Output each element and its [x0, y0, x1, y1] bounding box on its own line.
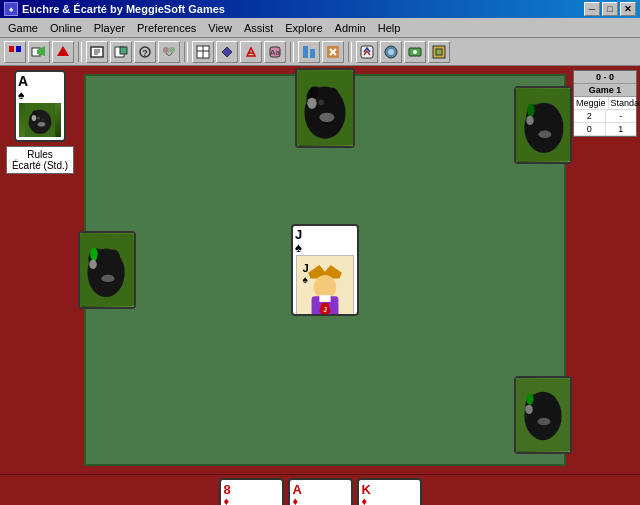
- svg-point-83: [537, 418, 550, 425]
- svg-rect-0: [9, 46, 14, 52]
- svg-point-80: [543, 395, 556, 412]
- svg-rect-33: [436, 49, 442, 55]
- toolbar-btn-5[interactable]: [110, 41, 132, 63]
- toolbar-separator-2: [184, 42, 188, 62]
- close-button[interactable]: ✕: [620, 2, 636, 16]
- svg-point-75: [526, 116, 533, 125]
- game-table: J ♠: [84, 74, 566, 466]
- toolbar-btn-15[interactable]: [380, 41, 402, 63]
- svg-point-39: [32, 115, 37, 121]
- left-panel: A ♠ Rules Écarté (Std.): [0, 66, 80, 474]
- toolbar-btn-8[interactable]: [192, 41, 214, 63]
- score-row2-c1: 0: [574, 123, 606, 135]
- player-card-kd[interactable]: K ♦: [357, 478, 422, 506]
- maximize-button[interactable]: □: [602, 2, 618, 16]
- svg-text:?: ?: [142, 48, 148, 58]
- trump-suit: ♠: [18, 88, 62, 102]
- toolbar-btn-14[interactable]: [356, 41, 378, 63]
- menu-online[interactable]: Online: [44, 20, 88, 36]
- svg-point-73: [544, 105, 557, 124]
- rules-label: Rules: [9, 149, 71, 160]
- score-row1-c2: -: [606, 110, 637, 122]
- svg-rect-62: [319, 295, 330, 302]
- score-box: 0 - 0 Game 1 Meggie Standard 2 - 0 1: [573, 70, 637, 137]
- svg-point-40: [38, 122, 46, 127]
- score-row-2: 0 1: [574, 123, 636, 136]
- menu-view[interactable]: View: [202, 20, 238, 36]
- svg-point-14: [169, 47, 175, 53]
- svg-marker-18: [222, 47, 232, 57]
- score-row2-c2: 1: [606, 123, 637, 135]
- player-card-8d[interactable]: 8 ♦: [219, 478, 284, 506]
- svg-rect-10: [120, 47, 127, 54]
- player-card-ad[interactable]: A ♦: [288, 478, 353, 506]
- toolbar-btn-16[interactable]: [404, 41, 426, 63]
- svg-point-76: [538, 131, 551, 138]
- titlebar-left: ♠ Euchre & Écarté by MeggieSoft Games: [4, 2, 225, 16]
- titlebar-buttons: ─ □ ✕: [584, 2, 636, 16]
- svg-point-82: [525, 405, 532, 414]
- toolbar-btn-6[interactable]: ?: [134, 41, 156, 63]
- svg-point-46: [326, 87, 339, 106]
- app-icon: ♠: [4, 2, 18, 16]
- menu-assist[interactable]: Assist: [238, 20, 279, 36]
- svg-point-81: [526, 394, 533, 405]
- menu-preferences[interactable]: Preferences: [131, 20, 202, 36]
- toolbar-btn-4[interactable]: [86, 41, 108, 63]
- center-jack-card[interactable]: J ♠: [291, 224, 359, 316]
- svg-point-48: [307, 98, 316, 109]
- card-suit-d3: ♦: [362, 496, 417, 506]
- card-rank-k: K: [362, 483, 417, 496]
- svg-text:J: J: [323, 306, 327, 313]
- game-type-label: Écarté (Std.): [9, 160, 71, 171]
- minimize-button[interactable]: ─: [584, 2, 600, 16]
- score-col1-header: Meggie: [574, 97, 609, 109]
- svg-point-56: [89, 260, 96, 269]
- opponent-top-card: [295, 68, 355, 148]
- score-row-1: 2 -: [574, 110, 636, 123]
- toolbar-btn-7[interactable]: [158, 41, 180, 63]
- svg-point-42: [42, 118, 44, 120]
- svg-point-47: [309, 87, 318, 100]
- menu-admin[interactable]: Admin: [329, 20, 372, 36]
- card-suit-d2: ♦: [293, 496, 348, 506]
- menu-help[interactable]: Help: [372, 20, 407, 36]
- svg-point-74: [527, 104, 534, 117]
- score-header-row: Meggie Standard: [574, 97, 636, 110]
- menu-game[interactable]: Game: [2, 20, 44, 36]
- opponent-right-top-card: [514, 86, 572, 164]
- svg-point-50: [318, 100, 324, 106]
- toolbar-separator-3: [290, 42, 294, 62]
- toolbar-btn-9[interactable]: [216, 41, 238, 63]
- svg-text:J: J: [303, 262, 309, 274]
- jack-suit-top: ♠: [295, 241, 302, 254]
- svg-point-29: [388, 49, 394, 55]
- svg-rect-1: [16, 46, 21, 52]
- toolbar-btn-10[interactable]: [240, 41, 262, 63]
- toolbar-btn-17[interactable]: [428, 41, 450, 63]
- toolbar-btn-13[interactable]: [322, 41, 344, 63]
- toolbar-btn-11[interactable]: Aa: [264, 41, 286, 63]
- svg-point-49: [319, 113, 334, 122]
- menu-player[interactable]: Player: [88, 20, 131, 36]
- player-hand: 8 ♦ A ♦: [0, 474, 640, 505]
- toolbar-btn-12[interactable]: [298, 41, 320, 63]
- trump-card: A ♠: [14, 70, 66, 142]
- game-label: Game 1: [574, 84, 636, 97]
- toolbar-separator-4: [348, 42, 352, 62]
- card-rank-a: A: [293, 483, 348, 496]
- svg-point-57: [101, 275, 114, 282]
- menu-explore[interactable]: Explore: [279, 20, 328, 36]
- svg-point-31: [413, 50, 417, 54]
- toolbar-separator-1: [78, 42, 82, 62]
- score-row1-c1: 2: [574, 110, 606, 122]
- svg-point-55: [90, 248, 97, 261]
- toolbar-btn-3[interactable]: [52, 41, 74, 63]
- score-total: 0 - 0: [574, 71, 636, 84]
- rules-box: Rules Écarté (Std.): [6, 146, 74, 174]
- opponent-right-bottom-card: [514, 376, 572, 454]
- game-area: A ♠ Rules Écarté (Std.): [0, 66, 640, 474]
- toolbar-btn-1[interactable]: [4, 41, 26, 63]
- titlebar: ♠ Euchre & Écarté by MeggieSoft Games ─ …: [0, 0, 640, 18]
- toolbar-btn-2[interactable]: [28, 41, 50, 63]
